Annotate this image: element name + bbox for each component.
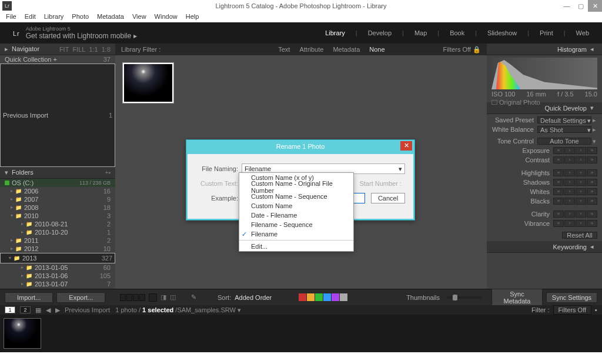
module-book[interactable]: Book	[450, 29, 464, 36]
folder-row[interactable]: ▸📁20079	[0, 195, 115, 203]
view-mode-loupe-icon[interactable]	[149, 293, 157, 302]
shadows-stepper[interactable]: «‹›»	[553, 179, 597, 186]
cancel-button[interactable]: Cancel	[371, 193, 405, 203]
folder-row[interactable]: ▸📁2010-10-201	[0, 228, 115, 236]
folder-row[interactable]: ▸📁2013-01-077	[0, 280, 115, 288]
monitor-2-button[interactable]: 2	[20, 306, 31, 313]
menu-file[interactable]: File	[2, 12, 20, 22]
folder-row[interactable]: ▸📁201210	[0, 245, 115, 253]
blacks-stepper[interactable]: «‹›»	[553, 198, 597, 205]
module-slideshow[interactable]: Slideshow	[487, 29, 517, 36]
filmstrip-thumbnail[interactable]	[4, 318, 41, 349]
menu-window[interactable]: Window	[151, 12, 181, 22]
menu-metadata[interactable]: Metadata	[93, 12, 128, 22]
menu-help[interactable]: Help	[182, 12, 203, 22]
filmstrip-grid-icon[interactable]: ▦	[35, 306, 41, 314]
folder-row[interactable]: ▾📁2013327	[0, 253, 115, 263]
highlights-stepper[interactable]: «‹›»	[553, 169, 597, 176]
nav-zoom-fill[interactable]: FILL	[72, 46, 85, 53]
folders-header[interactable]: ▾Folders +▪	[0, 167, 115, 179]
dropdown-option[interactable]: Date - Filename	[239, 211, 353, 220]
module-develop[interactable]: Develop	[368, 29, 392, 36]
exposure-stepper[interactable]: «‹›»	[553, 147, 597, 154]
contrast-stepper[interactable]: «‹›»	[553, 156, 597, 163]
painter-icon[interactable]: ✎	[191, 293, 196, 301]
navigator-header[interactable]: ▸Navigator FITFILL1:11:8	[0, 44, 115, 55]
folder-row[interactable]: ▸📁2010-08-212	[0, 220, 115, 228]
close-button[interactable]: ✕	[588, 0, 602, 12]
maximize-button[interactable]: ▢	[574, 0, 588, 12]
nav-back-icon[interactable]: ◀	[46, 306, 51, 314]
view-mode-compare-icon[interactable]: ◨	[160, 293, 166, 301]
filmstrip-filter-select[interactable]: Filters Off	[553, 305, 591, 315]
folders-drive[interactable]: OS (C:) 113 / 238 GB	[0, 179, 115, 187]
grid-thumbnail[interactable]	[122, 62, 174, 103]
whites-stepper[interactable]: «‹›»	[553, 188, 597, 195]
nav-fwd-icon[interactable]: ▶	[55, 306, 60, 314]
os-titlebar: Lr Lightroom 5 Catalog - Adobe Photoshop…	[0, 0, 602, 12]
menu-photo[interactable]: Photo	[68, 12, 92, 22]
dropdown-option[interactable]: Custom Name	[239, 201, 353, 211]
catalog-quick-collection[interactable]: Quick Collection + 37	[0, 55, 115, 64]
color-swatch[interactable]	[315, 293, 323, 301]
menu-edit[interactable]: Edit	[21, 12, 39, 22]
dropdown-option[interactable]: Edit...	[239, 242, 353, 251]
filters-off-toggle[interactable]: Filters Off 🔒	[443, 46, 481, 54]
file-naming-label: File Naming:	[196, 165, 242, 172]
nav-zoom-fit[interactable]: FIT	[59, 46, 69, 53]
saved-preset-select[interactable]: Default Settings▾	[537, 116, 591, 123]
view-mode-grid-icon[interactable]	[120, 294, 145, 301]
sync-metadata-button[interactable]: Sync Metadata	[491, 289, 543, 306]
thumbnail-size-slider[interactable]	[447, 296, 482, 299]
thumbnail-size-label: Thumbnails	[406, 294, 440, 301]
clarity-stepper[interactable]: «‹›»	[553, 211, 597, 218]
product-name: Adobe Lightroom 5	[26, 26, 137, 32]
module-map[interactable]: Map	[414, 29, 427, 36]
view-mode-survey-icon[interactable]: ◫	[170, 293, 176, 301]
color-swatch[interactable]	[307, 293, 315, 301]
folder-row[interactable]: ▸📁20112	[0, 236, 115, 245]
mobile-cta[interactable]: Get started with Lightroom mobile ▸	[26, 32, 137, 40]
histogram-header[interactable]: Histogram◂	[487, 44, 602, 55]
folder-row[interactable]: ▸📁200818	[0, 203, 115, 212]
filter-switch-icon[interactable]: ▪	[595, 306, 597, 313]
keywording-header[interactable]: Keywording◂	[487, 241, 602, 253]
color-swatch[interactable]	[323, 293, 331, 301]
vibrance-stepper[interactable]: «‹›»	[553, 220, 597, 227]
dropdown-option[interactable]: Filename	[239, 229, 353, 239]
nav-zoom-1-8[interactable]: 1:8	[102, 46, 111, 53]
import-button[interactable]: Import...	[5, 292, 53, 303]
dropdown-option[interactable]: Custom Name - Original File Number	[239, 182, 353, 192]
sort-value[interactable]: Added Order	[235, 294, 272, 301]
folder-row[interactable]: ▸📁2013-01-0560	[0, 263, 115, 272]
filter-tab-metadata[interactable]: Metadata	[333, 46, 360, 53]
color-swatch[interactable]	[299, 293, 306, 301]
module-tabs: Library|Develop|Map|Book|Slideshow|Print…	[325, 29, 589, 36]
dropdown-option[interactable]: Filename - Sequence	[239, 220, 353, 229]
white-balance-select[interactable]: As Shot▾	[537, 126, 591, 133]
sync-settings-button[interactable]: Sync Settings	[546, 292, 597, 303]
color-swatch[interactable]	[332, 293, 339, 301]
module-print[interactable]: Print	[540, 29, 553, 36]
module-library[interactable]: Library	[325, 29, 345, 36]
module-web[interactable]: Web	[576, 29, 589, 36]
export-button[interactable]: Export...	[56, 292, 105, 303]
minimize-button[interactable]: —	[560, 0, 574, 12]
color-label-swatches[interactable]	[299, 293, 347, 301]
reset-all-button[interactable]: Reset All	[562, 232, 597, 239]
nav-zoom-1-1[interactable]: 1:1	[89, 46, 98, 53]
menu-library[interactable]: Library	[41, 12, 68, 22]
filmstrip-source[interactable]: Previous Import	[65, 306, 110, 313]
catalog-previous-import[interactable]: Previous Import1	[0, 64, 115, 167]
folder-row[interactable]: ▸📁200616	[0, 187, 115, 195]
dialog-close-button[interactable]: ✕	[400, 141, 412, 151]
auto-tone-button[interactable]: Auto Tone	[537, 138, 591, 145]
filter-tab-none[interactable]: None	[369, 46, 384, 53]
folder-row[interactable]: ▾📁20103	[0, 212, 115, 220]
filter-tab-text[interactable]: Text	[278, 46, 290, 53]
filter-tab-attribute[interactable]: Attribute	[299, 46, 323, 53]
monitor-1-button[interactable]: 1	[5, 306, 15, 313]
menu-view[interactable]: View	[129, 12, 150, 22]
folder-row[interactable]: ▸📁2013-01-06105	[0, 272, 115, 280]
color-swatch[interactable]	[340, 293, 347, 301]
